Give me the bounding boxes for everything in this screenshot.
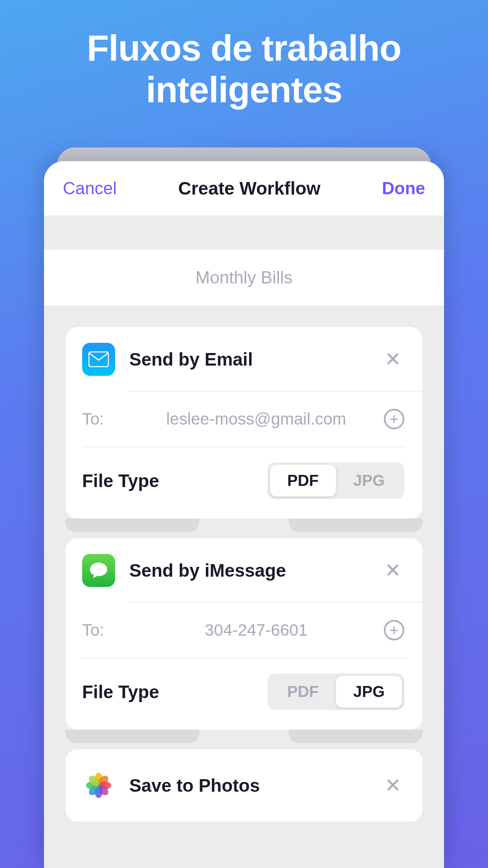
imessage-to-row: To: + [66,603,422,658]
sheet-header: Cancel Create Workflow Done [44,161,444,216]
sheet-title: Create Workflow [178,178,320,199]
headline-line2: inteligentes [146,70,342,110]
step-header: Send by Email ✕ [66,327,422,391]
marketing-headline: Fluxos de trabalho inteligentes [0,0,488,111]
step-title: Save to Photos [129,775,382,796]
step-title: Send by Email [129,349,382,370]
close-icon[interactable]: ✕ [382,559,404,582]
connector-pill [289,730,422,743]
photos-icon [82,769,115,802]
workflow-name-row [44,250,444,305]
email-to-row: To: + [66,392,422,447]
create-workflow-sheet: Cancel Create Workflow Done Send by Emai… [44,161,444,868]
step-title: Send by iMessage [129,560,382,581]
workflow-step-email: Send by Email ✕ To: + File Type PDF JPG [66,327,422,519]
svg-rect-0 [89,352,108,367]
filetype-label: File Type [82,470,159,491]
step-header: Send by iMessage ✕ [66,538,422,602]
filetype-segment: PDF JPG [268,462,404,499]
sheet-body: Send by Email ✕ To: + File Type PDF JPG [44,216,444,868]
filetype-option-pdf[interactable]: PDF [270,465,336,497]
close-icon[interactable]: ✕ [382,774,404,797]
done-button[interactable]: Done [382,178,425,198]
close-icon[interactable]: ✕ [382,348,404,371]
filetype-option-jpg[interactable]: JPG [336,676,402,708]
step-connector [66,519,422,538]
workflow-step-imessage: Send by iMessage ✕ To: + File Type PDF J… [66,538,422,730]
filetype-option-jpg[interactable]: JPG [336,465,402,497]
imessage-to-input[interactable] [128,621,384,640]
filetype-label: File Type [82,681,159,702]
connector-pill [66,730,199,743]
cancel-button[interactable]: Cancel [63,178,117,198]
mail-icon [82,343,115,376]
imessage-icon [82,554,115,587]
to-label: To: [82,410,128,428]
workflow-name-input[interactable] [44,268,444,287]
filetype-row: File Type PDF JPG [66,658,422,730]
to-label: To: [82,621,128,640]
filetype-segment: PDF JPG [268,673,404,710]
workflow-step-photos: Save to Photos ✕ [66,749,422,822]
headline-line1: Fluxos de trabalho [87,28,401,68]
email-to-input[interactable] [128,410,384,428]
connector-pill [66,519,199,532]
connector-pill [289,519,422,532]
add-recipient-button[interactable]: + [384,620,404,640]
filetype-option-pdf[interactable]: PDF [270,676,336,708]
filetype-row: File Type PDF JPG [66,447,422,519]
step-connector [66,730,422,749]
add-recipient-button[interactable]: + [384,409,404,429]
step-header: Save to Photos ✕ [66,749,422,822]
